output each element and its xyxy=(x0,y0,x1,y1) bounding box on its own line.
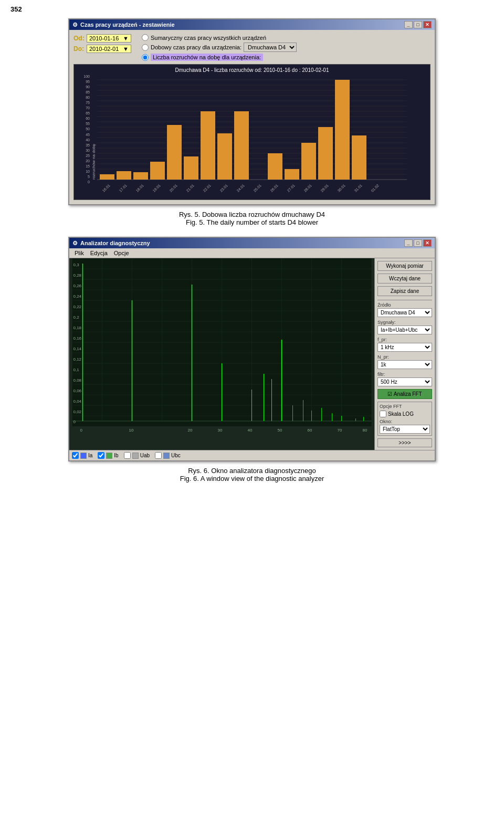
gear-icon: ⚙ xyxy=(72,22,78,28)
ubc-checkbox[interactable] xyxy=(155,452,162,459)
analyzer-chart-panel: 0,3 0,28 0,26 0,24 0,22 0,2 0,18 0,16 0,… xyxy=(69,258,374,450)
caption2-line2: Fig. 6. A window view of the diagnostic … xyxy=(10,475,494,482)
w2-maximize-button[interactable]: □ xyxy=(414,239,422,247)
maximize-button[interactable]: □ xyxy=(414,21,422,28)
close-button[interactable]: ✕ xyxy=(423,21,432,28)
uab-checkbox[interactable] xyxy=(124,452,131,459)
radio-starts[interactable] xyxy=(142,54,149,61)
svg-text:26.01: 26.01 xyxy=(270,183,279,192)
radio-total[interactable] xyxy=(142,34,149,41)
log-scale-label: Skala LOG xyxy=(388,411,414,417)
svg-text:60: 60 xyxy=(308,428,312,433)
radio-daily[interactable] xyxy=(142,44,149,51)
svg-text:0,22: 0,22 xyxy=(74,304,82,309)
filtr-select[interactable]: 500 Hz xyxy=(377,377,432,386)
right-panel: Wykonaj pomiar Wczytaj dane Zapisz dane … xyxy=(374,258,435,450)
svg-rect-23 xyxy=(133,172,148,180)
analyzer-icon: ⚙ xyxy=(72,240,78,247)
svg-rect-36 xyxy=(352,135,366,180)
menu-opcje[interactable]: Opcje xyxy=(111,249,132,257)
signals-select[interactable]: Ia+Ib+Uab+Ubc xyxy=(377,326,432,334)
page-number: 352 xyxy=(10,5,494,13)
svg-rect-29 xyxy=(234,111,249,180)
svg-text:0: 0 xyxy=(74,419,76,424)
svg-text:25.01: 25.01 xyxy=(253,183,262,192)
svg-text:80: 80 xyxy=(363,428,368,433)
log-scale-checkbox[interactable] xyxy=(380,411,386,417)
bottom-legend: Ia Ib Uab Ubc xyxy=(69,450,435,460)
ib-checkbox[interactable] xyxy=(98,452,104,459)
svg-text:22.01: 22.01 xyxy=(203,183,212,192)
svg-text:0,2: 0,2 xyxy=(74,315,80,320)
legend-ubc: Ubc xyxy=(155,452,181,459)
window1-title: Czas pracy urządzeń - zestawienie xyxy=(80,22,175,28)
svg-rect-24 xyxy=(150,162,165,180)
signals-label: Sygnały: xyxy=(377,320,432,325)
menubar: Plik Edycja Opcje xyxy=(69,248,435,258)
svg-text:0,3: 0,3 xyxy=(74,262,80,267)
svg-text:0,1: 0,1 xyxy=(74,368,80,372)
svg-text:30.01: 30.01 xyxy=(337,183,346,192)
fft-options-group: Opcje FFT Skala LOG Okno: FlatTop xyxy=(377,402,432,436)
svg-text:0,14: 0,14 xyxy=(74,346,82,351)
legend-uab: Uab xyxy=(124,452,150,459)
from-label: Od: xyxy=(74,35,84,42)
fft-button[interactable]: ☑ Analiza FFT xyxy=(377,389,432,399)
svg-text:70: 70 xyxy=(338,428,342,433)
load-button[interactable]: Wczytaj dane xyxy=(377,274,432,284)
bar-chart-container: Dmuchawa D4 - liczba rozruchów od: 2010-… xyxy=(74,64,430,200)
bar-chart-svg: 16.01 17.01 18.01 19.01 20.01 21.01 22.0… xyxy=(97,75,407,195)
svg-text:40: 40 xyxy=(248,428,253,433)
minimize-button[interactable]: _ xyxy=(404,21,413,28)
window2-title: Analizator diagnostyczny xyxy=(80,240,150,246)
svg-rect-25 xyxy=(167,125,182,180)
source-select[interactable]: Dmuchawa D4 xyxy=(377,308,432,317)
radio-total-label: Sumaryczny czas pracy wszystkich urządze… xyxy=(151,35,266,41)
device-select[interactable]: Dmuchawa D4 xyxy=(244,43,297,52)
n-pr-select[interactable]: 1k xyxy=(377,360,432,369)
ib-color xyxy=(106,453,112,459)
w2-minimize-button[interactable]: _ xyxy=(404,239,413,247)
uab-label: Uab xyxy=(140,453,150,458)
svg-rect-32 xyxy=(285,169,299,180)
svg-text:29.01: 29.01 xyxy=(320,183,329,192)
ubc-color xyxy=(163,453,170,459)
svg-text:0,02: 0,02 xyxy=(74,410,82,414)
svg-rect-27 xyxy=(201,111,215,180)
svg-rect-22 xyxy=(117,171,131,180)
from-date-input[interactable]: 2010-01-16▼ xyxy=(87,34,131,43)
svg-text:01.02: 01.02 xyxy=(371,183,380,192)
window2-titlebar: ⚙ Analizator diagnostyczny _ □ ✕ xyxy=(69,238,435,248)
ia-checkbox[interactable] xyxy=(72,452,79,459)
caption1-line2: Fig. 5. The daily number of starts D4 bl… xyxy=(10,218,494,226)
f-pr-select[interactable]: 1 kHz xyxy=(377,343,432,352)
svg-text:16.01: 16.01 xyxy=(102,183,111,192)
window2-analyzer: ⚙ Analizator diagnostyczny _ □ ✕ Plik Ed… xyxy=(68,237,436,461)
more-button[interactable]: >>>> xyxy=(377,438,432,447)
svg-text:0,08: 0,08 xyxy=(74,378,82,383)
menu-edycja[interactable]: Edycja xyxy=(87,249,111,257)
save-button[interactable]: Zapisz dane xyxy=(377,286,432,296)
svg-rect-33 xyxy=(301,143,316,180)
svg-text:0,28: 0,28 xyxy=(74,273,82,278)
svg-text:21.01: 21.01 xyxy=(186,183,195,192)
w2-close-button[interactable]: ✕ xyxy=(423,239,432,247)
caption2-line1: Rys. 6. Okno analizatora diagnostycznego xyxy=(10,467,494,475)
svg-rect-34 xyxy=(318,127,333,180)
svg-text:28.01: 28.01 xyxy=(303,183,312,192)
legend-ib: Ib xyxy=(98,452,118,459)
caption1: Rys. 5. Dobowa liczba rozruchów dmuchawy… xyxy=(10,211,494,226)
svg-text:23.01: 23.01 xyxy=(219,183,228,192)
svg-text:10: 10 xyxy=(129,428,134,433)
f-pr-label: f_pr: xyxy=(377,337,432,342)
window-select[interactable]: FlatTop xyxy=(380,425,430,434)
svg-text:0,24: 0,24 xyxy=(74,294,82,299)
measure-button[interactable]: Wykonaj pomiar xyxy=(377,261,432,271)
to-date-input[interactable]: 2010-02-01▼ xyxy=(87,45,131,53)
svg-text:50: 50 xyxy=(278,428,282,433)
svg-text:17.01: 17.01 xyxy=(119,183,128,192)
menu-plik[interactable]: Plik xyxy=(71,249,87,257)
radio-starts-label: Liczba rozruchów na dobę dla urządzenia: xyxy=(151,54,263,61)
uab-color xyxy=(132,453,139,459)
window1-titlebar: ⚙ Czas pracy urządzeń - zestawienie _ □ … xyxy=(69,19,435,30)
